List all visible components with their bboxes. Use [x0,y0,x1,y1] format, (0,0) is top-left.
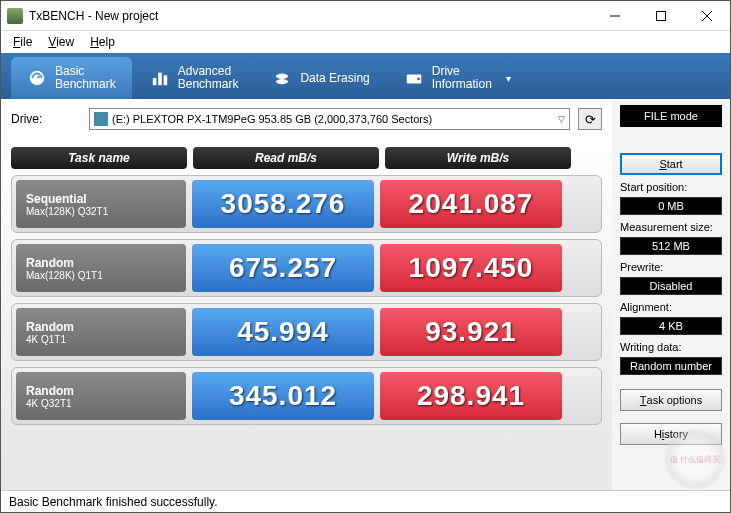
read-value: 45.994 [192,308,374,356]
history-button[interactable]: History [620,423,722,445]
task-cell: Random4K Q1T1 [16,308,186,356]
close-button[interactable] [684,1,730,31]
measurement-size-label: Measurement size: [620,221,722,233]
prewrite-value: Disabled [620,277,722,295]
header-write: Write mB/s [385,147,571,169]
read-value: 675.257 [192,244,374,292]
bench-row: Random4K Q32T1 345.012 298.941 [11,367,602,425]
minimize-button[interactable] [592,1,638,31]
tab-drive-information[interactable]: Drive Information [388,57,527,99]
window-title: TxBENCH - New project [29,9,592,23]
alignment-label: Alignment: [620,301,722,313]
prewrite-label: Prewrite: [620,261,722,273]
task-options-button[interactable]: Task options [620,389,722,411]
read-value: 3058.276 [192,180,374,228]
svg-point-8 [417,78,420,81]
write-value: 1097.450 [380,244,562,292]
window-controls [592,1,730,31]
alignment-value: 4 KB [620,317,722,335]
disk-icon [94,112,108,126]
drive-row: Drive: (E:) PLEXTOR PX-1TM9PeG 953.85 GB… [1,99,612,139]
main-panel: Drive: (E:) PLEXTOR PX-1TM9PeG 953.85 GB… [1,99,612,490]
bars-icon [150,68,170,88]
menu-help[interactable]: Help [84,33,121,51]
gauge-icon [27,68,47,88]
column-headers: Task name Read mB/s Write mB/s [11,147,602,169]
refresh-icon: ⟳ [585,112,596,127]
write-value: 93.921 [380,308,562,356]
erase-icon [272,68,292,88]
task-cell: RandomMax(128K) Q1T1 [16,244,186,292]
tab-basic-benchmark[interactable]: Basic Benchmark [11,57,132,99]
maximize-button[interactable] [638,1,684,31]
header-task: Task name [11,147,187,169]
header-read: Read mB/s [193,147,379,169]
start-position-value: 0 MB [620,197,722,215]
start-position-label: Start position: [620,181,722,193]
app-icon [7,8,23,24]
content-area: Drive: (E:) PLEXTOR PX-1TM9PeG 953.85 GB… [1,99,730,490]
svg-rect-5 [158,73,162,86]
drive-select[interactable]: (E:) PLEXTOR PX-1TM9PeG 953.85 GB (2,000… [89,108,570,130]
statusbar: Basic Benchmark finished successfully. [1,490,730,512]
menu-file[interactable]: File [7,33,38,51]
file-mode-button[interactable]: FILE mode [620,105,722,127]
bench-row: Random4K Q1T1 45.994 93.921 [11,303,602,361]
benchmark-area: Task name Read mB/s Write mB/s Sequentia… [1,139,612,490]
menu-view[interactable]: View [42,33,80,51]
tab-data-erasing[interactable]: Data Erasing [256,57,385,99]
write-value: 2041.087 [380,180,562,228]
tabbar: Basic Benchmark Advanced Benchmark Data … [1,53,730,99]
measurement-size-value: 512 MB [620,237,722,255]
menubar: File View Help [1,31,730,53]
svg-rect-6 [163,75,167,85]
writing-data-value: Random number [620,357,722,375]
task-cell: Random4K Q32T1 [16,372,186,420]
bench-row: SequentialMax(128K) Q32T1 3058.276 2041.… [11,175,602,233]
bench-row: RandomMax(128K) Q1T1 675.257 1097.450 [11,239,602,297]
sidebar: FILE mode Start Start position: 0 MB Mea… [612,99,730,490]
task-cell: SequentialMax(128K) Q32T1 [16,180,186,228]
read-value: 345.012 [192,372,374,420]
write-value: 298.941 [380,372,562,420]
status-text: Basic Benchmark finished successfully. [9,495,218,509]
tab-advanced-benchmark[interactable]: Advanced Benchmark [134,57,255,99]
drive-label: Drive: [11,112,81,126]
svg-rect-4 [153,78,157,85]
titlebar: TxBENCH - New project [1,1,730,31]
chevron-down-icon: ▽ [558,114,565,124]
writing-data-label: Writing data: [620,341,722,353]
svg-rect-1 [657,11,666,20]
refresh-button[interactable]: ⟳ [578,108,602,130]
start-button[interactable]: Start [620,153,722,175]
drive-icon [404,68,424,88]
